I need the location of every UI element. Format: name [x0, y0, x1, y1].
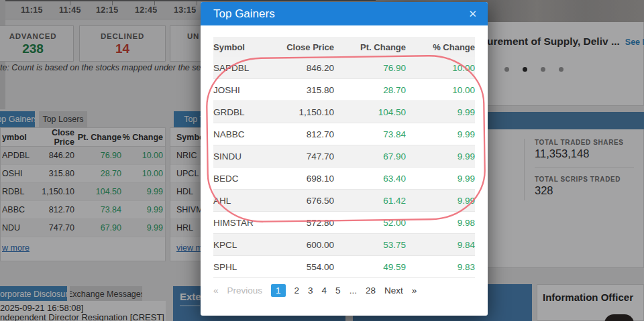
cell-symbol: KPCL [213, 240, 254, 250]
page-1-active[interactable]: 1 [271, 284, 286, 297]
table-row: AHL 676.50 61.42 9.99 [213, 190, 475, 212]
top-gainers-table: Symbol Close Price Pt. Change % Change S… [213, 37, 475, 278]
cell-pct: 9.99 [406, 151, 475, 162]
cell-symbol: AHL [213, 196, 254, 206]
cell-pt: 67.90 [334, 151, 406, 162]
cell-pt: 28.70 [334, 85, 406, 95]
table-row: HIMSTAR 572.80 52.00 9.98 [213, 212, 475, 234]
cell-close: 600.00 [254, 240, 334, 250]
next-button[interactable]: Next [384, 285, 403, 296]
cell-pct: 9.99 [406, 107, 475, 117]
page-2[interactable]: 2 [294, 285, 300, 296]
page-28[interactable]: 28 [366, 285, 376, 296]
table-row: GRDBL 1,150.10 104.50 9.99 [213, 101, 475, 123]
stock-dashboard-page: 11:15 11:45 12:15 12:45 13:15 ADVANCED 2… [0, 0, 644, 321]
cell-pct: 10.00 [406, 85, 475, 95]
cell-symbol: BEDC [213, 174, 254, 184]
table-row: SAPDBL 846.20 76.90 10.00 [213, 57, 475, 79]
cell-close: 676.50 [254, 196, 334, 206]
cell-pct: 9.99 [406, 196, 475, 206]
col-pct-change: % Change [406, 42, 475, 52]
cell-pt: 63.40 [334, 174, 406, 184]
col-close-price: Close Price [254, 42, 334, 52]
cell-pt: 76.90 [334, 63, 406, 73]
cell-symbol: SINDU [213, 151, 254, 162]
cell-close: 698.10 [254, 174, 334, 184]
cell-pct: 9.99 [406, 129, 475, 139]
cell-pt: 61.42 [334, 196, 406, 206]
cell-pct: 9.83 [406, 262, 475, 272]
cell-symbol: HIMSTAR [213, 218, 254, 228]
cell-pct: 10.00 [406, 63, 475, 73]
page-ellipsis: ... [350, 285, 357, 296]
cell-close: 554.00 [254, 262, 334, 272]
table-row: NABBC 812.70 73.84 9.99 [213, 123, 475, 145]
table-row: SPHL 554.00 49.59 9.83 [213, 256, 475, 278]
cell-close: 846.20 [254, 63, 334, 73]
cell-symbol: SAPDBL [213, 63, 254, 73]
modal-header: Top Gainers ✕ [201, 2, 488, 25]
cell-close: 572.80 [254, 218, 334, 228]
table-row: SINDU 747.70 67.90 9.99 [213, 145, 475, 168]
cell-close: 1,150.10 [254, 107, 334, 117]
next-arrow[interactable]: » [412, 285, 417, 296]
cell-pt: 52.00 [334, 218, 406, 228]
close-icon[interactable]: ✕ [468, 8, 477, 20]
cell-pct: 9.84 [406, 240, 475, 250]
page-5[interactable]: 5 [335, 285, 341, 296]
cell-symbol: NABBC [213, 129, 254, 139]
col-pt-change: Pt. Change [334, 42, 406, 52]
cell-symbol: JOSHI [213, 85, 254, 95]
cell-close: 315.80 [254, 85, 334, 95]
cell-pct: 9.98 [406, 218, 475, 228]
page-4[interactable]: 4 [322, 285, 327, 296]
cell-pt: 104.50 [334, 107, 406, 117]
cell-pt: 73.84 [334, 129, 406, 139]
table-row: JOSHI 315.80 28.70 10.00 [213, 79, 475, 101]
cell-close: 812.70 [254, 129, 334, 139]
top-gainers-modal: Top Gainers ✕ Symbol Close Price Pt. Cha… [201, 2, 488, 316]
col-symbol: Symbol [213, 42, 254, 52]
table-header-row: Symbol Close Price Pt. Change % Change [213, 37, 475, 57]
cell-pct: 9.99 [406, 174, 475, 184]
cell-pt: 53.75 [334, 240, 406, 250]
table-row: BEDC 698.10 63.40 9.99 [213, 168, 475, 190]
cell-pt: 49.59 [334, 262, 406, 272]
cell-close: 747.70 [254, 151, 334, 162]
prev-arrow[interactable]: « [213, 285, 219, 296]
pagination: « Previous 1 2 3 4 5 ... 28 Next » [213, 284, 417, 297]
modal-title: Top Gainers [213, 7, 468, 21]
prev-button[interactable]: Previous [227, 285, 263, 296]
cell-symbol: SPHL [213, 262, 254, 272]
page-3[interactable]: 3 [308, 285, 313, 296]
cell-symbol: GRDBL [213, 107, 254, 117]
table-row: KPCL 600.00 53.75 9.84 [213, 234, 475, 256]
